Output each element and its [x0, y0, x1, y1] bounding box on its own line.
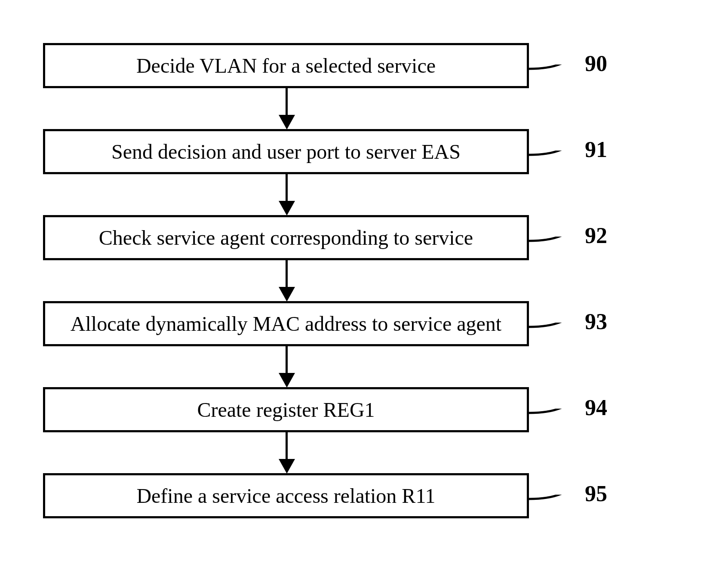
arrow-line — [286, 260, 288, 290]
step-text: Allocate dynamically MAC address to serv… — [71, 312, 501, 336]
arrow-4 — [43, 432, 529, 473]
arrow-line — [286, 346, 288, 376]
arrow-line — [286, 432, 288, 462]
step-box-2: Check service agent corresponding to ser… — [43, 215, 529, 260]
step-box-0: Decide VLAN for a selected service — [43, 43, 529, 88]
step-box-4: Create register REG1 — [43, 387, 529, 432]
arrow-3 — [43, 346, 529, 387]
step-row-5: Define a service access relation R11 95 — [43, 473, 667, 518]
flowchart-container: Decide VLAN for a selected service 90 Se… — [43, 43, 667, 518]
arrow-head-icon — [279, 459, 295, 474]
step-text: Check service agent corresponding to ser… — [99, 226, 473, 249]
step-text: Decide VLAN for a selected service — [136, 54, 436, 77]
leader-line-1 — [529, 151, 585, 172]
step-text: Send decision and user port to server EA… — [111, 140, 461, 163]
arrow-line — [286, 174, 288, 204]
step-box-1: Send decision and user port to server EA… — [43, 129, 529, 174]
arrow-2 — [43, 260, 529, 301]
leader-line-4 — [529, 409, 585, 430]
step-label-2: 92 — [585, 223, 607, 248]
step-label-3: 93 — [585, 309, 607, 334]
arrow-head-icon — [279, 287, 295, 302]
step-label-4: 94 — [585, 395, 607, 420]
arrow-0 — [43, 88, 529, 129]
step-box-3: Allocate dynamically MAC address to serv… — [43, 301, 529, 346]
leader-line-0 — [529, 65, 585, 86]
step-row-4: Create register REG1 94 — [43, 387, 667, 432]
step-row-0: Decide VLAN for a selected service 90 — [43, 43, 667, 88]
step-label-5: 95 — [585, 481, 607, 506]
step-label-0: 90 — [585, 51, 607, 76]
arrow-head-icon — [279, 115, 295, 129]
step-text: Define a service access relation R11 — [136, 484, 435, 508]
step-box-5: Define a service access relation R11 — [43, 473, 529, 518]
arrow-1 — [43, 174, 529, 215]
arrow-line — [286, 88, 288, 118]
leader-line-3 — [529, 323, 585, 344]
leader-line-2 — [529, 237, 585, 258]
step-row-1: Send decision and user port to server EA… — [43, 129, 667, 174]
step-label-1: 91 — [585, 137, 607, 162]
step-row-2: Check service agent corresponding to ser… — [43, 215, 667, 260]
step-text: Create register REG1 — [197, 398, 375, 422]
step-row-3: Allocate dynamically MAC address to serv… — [43, 301, 667, 346]
arrow-head-icon — [279, 373, 295, 388]
leader-line-5 — [529, 495, 585, 516]
arrow-head-icon — [279, 201, 295, 215]
